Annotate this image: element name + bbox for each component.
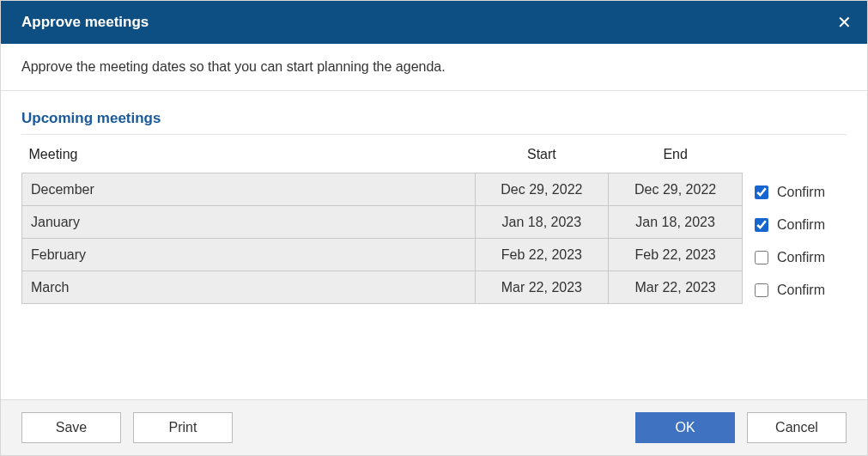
table-row: January Jan 18, 2023 Jan 18, 2023: [22, 206, 743, 239]
print-button[interactable]: Print: [133, 412, 233, 443]
cell-meeting: March: [22, 271, 476, 304]
cell-end: Dec 29, 2022: [609, 173, 743, 206]
cell-start: Dec 29, 2022: [475, 173, 609, 206]
col-start: Start: [475, 138, 609, 173]
cell-meeting: January: [22, 206, 476, 239]
table-row: December Dec 29, 2022 Dec 29, 2022: [22, 173, 743, 206]
dialog-content: Upcoming meetings Meeting Start End: [1, 91, 867, 399]
confirm-label: Confirm: [777, 217, 825, 233]
col-end: End: [609, 138, 743, 173]
confirm-checkbox[interactable]: [755, 218, 768, 232]
confirm-label: Confirm: [777, 185, 825, 200]
confirm-item[interactable]: Confirm: [755, 241, 825, 274]
confirm-item[interactable]: Confirm: [755, 209, 825, 241]
footer-right: OK Cancel: [635, 412, 847, 443]
cell-end: Feb 22, 2023: [609, 239, 743, 271]
cell-meeting: December: [22, 173, 476, 206]
footer-left: Save Print: [21, 412, 233, 443]
confirm-label: Confirm: [777, 250, 825, 265]
confirm-checkbox[interactable]: [755, 283, 768, 297]
confirm-item[interactable]: Confirm: [755, 274, 825, 307]
cell-start: Jan 18, 2023: [475, 206, 609, 239]
meetings-table: Meeting Start End December Dec 29, 2022 …: [21, 138, 743, 304]
cancel-button[interactable]: Cancel: [747, 412, 847, 443]
cell-start: Feb 22, 2023: [475, 239, 609, 271]
confirm-item[interactable]: Confirm: [755, 176, 825, 209]
table-row: March Mar 22, 2023 Mar 22, 2023: [22, 271, 743, 304]
confirm-label: Confirm: [777, 283, 825, 298]
section-title: Upcoming meetings: [21, 110, 847, 135]
ok-button[interactable]: OK: [635, 412, 735, 443]
dialog-footer: Save Print OK Cancel: [1, 399, 867, 455]
table-row: February Feb 22, 2023 Feb 22, 2023: [22, 239, 743, 271]
save-button[interactable]: Save: [21, 412, 121, 443]
confirm-column: Confirm Confirm Confirm Confirm: [755, 138, 825, 307]
table-header-row: Meeting Start End: [22, 138, 743, 173]
cell-end: Mar 22, 2023: [609, 271, 743, 304]
col-meeting: Meeting: [22, 138, 476, 173]
dialog-titlebar: Approve meetings ✕: [1, 1, 867, 44]
cell-start: Mar 22, 2023: [475, 271, 609, 304]
close-icon[interactable]: ✕: [837, 14, 852, 31]
confirm-checkbox[interactable]: [755, 185, 768, 199]
dialog-title: Approve meetings: [21, 14, 149, 31]
approve-meetings-dialog: Approve meetings ✕ Approve the meeting d…: [0, 0, 868, 456]
cell-meeting: February: [22, 239, 476, 271]
confirm-checkbox[interactable]: [755, 251, 768, 264]
cell-end: Jan 18, 2023: [609, 206, 743, 239]
meetings-table-wrap: Meeting Start End December Dec 29, 2022 …: [21, 138, 847, 307]
dialog-instructions: Approve the meeting dates so that you ca…: [1, 44, 867, 91]
